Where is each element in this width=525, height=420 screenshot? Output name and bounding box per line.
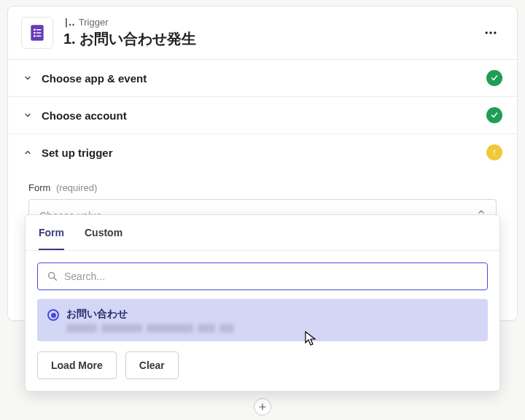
tab-form[interactable]: Form xyxy=(39,215,64,250)
form-dropdown-panel: Form Custom お問い合わせ Load More Clear xyxy=(25,214,500,392)
search-icon xyxy=(47,271,58,282)
status-incomplete-badge xyxy=(486,144,502,160)
svg-line-13 xyxy=(54,278,56,280)
option-text: お問い合わせ xyxy=(66,308,478,332)
load-more-button[interactable]: Load More xyxy=(37,351,117,379)
step-spacer-icon: |‥ xyxy=(63,17,74,28)
field-label-text: Form xyxy=(28,182,50,193)
exclamation-icon xyxy=(490,148,499,157)
search-input[interactable] xyxy=(64,271,478,282)
google-forms-icon xyxy=(21,17,53,49)
clear-button[interactable]: Clear xyxy=(125,351,179,379)
field-required-text: (required) xyxy=(56,182,97,193)
svg-point-7 xyxy=(486,31,488,34)
tab-custom[interactable]: Custom xyxy=(85,215,122,250)
section-choose-account[interactable]: Choose account xyxy=(8,97,517,134)
section-choose-app[interactable]: Choose app & event xyxy=(8,60,517,97)
option-subtitle-redacted xyxy=(66,324,478,332)
dropdown-actions: Load More Clear xyxy=(37,351,488,379)
check-icon xyxy=(490,111,499,120)
chevron-up-icon xyxy=(23,147,33,158)
dropdown-tabs: Form Custom xyxy=(26,215,499,251)
svg-rect-2 xyxy=(36,29,41,31)
step-type-label: Trigger xyxy=(79,17,109,28)
add-step-button[interactable] xyxy=(254,398,271,416)
search-field-wrap[interactable] xyxy=(37,262,488,290)
header-text: |‥ Trigger 1. お問い合わせ発生 xyxy=(63,17,478,49)
svg-rect-10 xyxy=(494,150,494,154)
svg-rect-4 xyxy=(36,32,41,34)
section-label: Choose app & event xyxy=(42,72,486,85)
svg-point-8 xyxy=(489,31,491,34)
check-icon xyxy=(490,74,499,82)
status-complete-badge xyxy=(486,107,502,123)
more-button[interactable] xyxy=(478,20,504,46)
section-setup-trigger[interactable]: Set up trigger xyxy=(8,134,517,171)
form-field-label: Form (required) xyxy=(28,182,497,193)
plus-icon xyxy=(257,402,268,412)
form-option[interactable]: お問い合わせ xyxy=(37,299,488,341)
svg-point-9 xyxy=(494,31,496,34)
step-title: 1. お問い合わせ発生 xyxy=(63,29,478,49)
status-complete-badge xyxy=(486,70,502,86)
chevron-down-icon xyxy=(23,110,33,120)
step-header: |‥ Trigger 1. お問い合わせ発生 xyxy=(8,7,517,60)
option-title: お問い合わせ xyxy=(66,308,478,321)
svg-rect-3 xyxy=(34,32,35,34)
dropdown-body: お問い合わせ Load More Clear xyxy=(26,251,499,391)
radio-selected-icon xyxy=(47,309,59,321)
more-icon xyxy=(483,26,498,40)
section-label: Choose account xyxy=(42,109,486,122)
header-type-row: |‥ Trigger xyxy=(63,17,478,28)
svg-point-11 xyxy=(494,154,495,155)
svg-rect-1 xyxy=(34,29,35,31)
svg-rect-5 xyxy=(34,35,35,36)
section-label: Set up trigger xyxy=(42,147,486,159)
svg-rect-6 xyxy=(36,36,41,37)
svg-point-12 xyxy=(49,273,55,279)
chevron-down-icon xyxy=(23,73,33,83)
